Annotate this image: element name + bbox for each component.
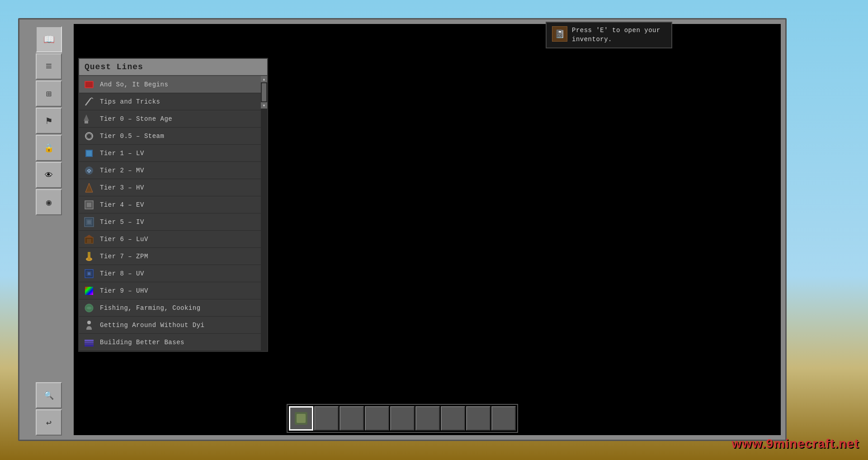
quest-label-getting-around: Getting Around Without Dyi [100,322,204,329]
quest-icon-tier-0 [83,113,95,125]
quest-item-getting-around[interactable]: Getting Around Without Dyi [79,317,263,334]
tooltip-icon: 📓 [552,26,567,42]
scroll-up-button[interactable]: ▲ [261,76,267,82]
quest-item-fishing[interactable]: Fishing, Farming, Cooking [79,299,263,317]
svg-rect-4 [85,121,88,123]
sidebar-btn-eye2[interactable] [36,189,62,215]
quest-icon-tier-0-5 [83,130,95,142]
hotbar-slot-9[interactable] [491,406,516,431]
svg-marker-5 [84,114,89,121]
svg-rect-8 [86,151,92,156]
quest-list-wrapper: And So, It Begins Tips and Tricks Tier 0… [79,76,263,351]
quest-icon-and-so-it-begins [83,78,95,91]
hotbar-slot-5[interactable] [390,406,415,431]
watermark: www.9minecraft.net [732,436,859,451]
quest-item-tier-0[interactable]: Tier 0 – Stone Age [79,110,263,128]
quest-list: And So, It Begins Tips and Tricks Tier 0… [79,76,263,351]
sidebar-btn-quest-flag[interactable]: ⚑ [36,108,62,134]
svg-rect-34 [297,414,306,423]
sidebar-btn-map[interactable] [36,81,62,107]
eye-icon [45,171,53,180]
book-icon [43,34,55,45]
quest-icon-tier-4 [83,199,95,211]
quest-panel-header: Quest Lines [79,59,267,76]
watermark-text: www.9minecraft.net [732,436,859,451]
quest-item-tier-8[interactable]: Tier 8 – UV [79,265,263,282]
svg-rect-32 [85,345,94,346]
quest-icon-tier-8 [83,267,95,280]
game-window: 📓 Press 'E' to open your inventory. ⚑ [18,18,787,441]
quest-label-fishing: Fishing, Farming, Cooking [100,304,201,312]
quest-label-tier-1: Tier 1 – LV [100,150,144,157]
sidebar-btn-back[interactable] [36,409,62,436]
quest-item-tier-5[interactable]: Tier 5 – IV [79,213,263,231]
svg-rect-19 [87,239,91,243]
scroll-down-button[interactable]: ▼ [261,102,267,109]
svg-rect-1 [85,82,93,87]
svg-rect-26 [85,287,93,295]
sidebar-btn-list[interactable] [36,53,62,80]
quest-label-tier-0-5: Tier 0.5 – Steam [100,133,164,140]
quest-item-tier-9[interactable]: Tier 9 – UHV [79,282,263,299]
quest-item-tier-3[interactable]: Tier 3 – HV [79,179,263,196]
hotbar-slot-6[interactable] [415,406,440,431]
quest-item-building[interactable]: Building Better Bases [79,334,263,351]
svg-point-9 [85,166,93,175]
quest-item-tier-1[interactable]: Tier 1 – LV [79,145,263,162]
quest-label-tier-5: Tier 5 – IV [100,218,144,226]
lock-icon [44,143,54,153]
hotbar-slot-2[interactable] [314,406,339,431]
svg-rect-31 [85,343,94,345]
quest-label-tier-7: Tier 7 – ZPM [100,253,148,260]
sidebar-btn-search[interactable] [36,382,62,408]
quest-flag-icon: ⚑ [46,115,52,127]
quest-icon-tier-5 [83,216,95,228]
quest-label-tier-4: Tier 4 – EV [100,201,144,209]
svg-rect-22 [88,256,90,260]
quest-icon-tier-9 [83,285,95,297]
tooltip-text: Press 'E' to open your inventory. [572,26,666,44]
quest-icon-fishing [83,302,95,314]
hotbar-slot-8[interactable] [466,406,491,431]
quest-icon-tier-6 [83,233,95,246]
eye2-icon [46,197,52,208]
quest-item-tier-4[interactable]: Tier 4 – EV [79,196,263,213]
quest-label-tier-8: Tier 8 – UV [100,270,144,277]
svg-rect-16 [87,220,91,224]
quest-icon-tier-1 [83,147,95,160]
quest-scrollbar[interactable]: ▲ ▼ [261,76,267,351]
quest-icon-tips-and-tricks [83,95,95,108]
hotbar-slot-7[interactable] [441,406,465,431]
quest-item-tips-and-tricks[interactable]: Tips and Tricks [79,93,263,110]
svg-rect-29 [85,340,94,341]
sidebar: ⚑ [24,24,74,438]
quest-label-tips-and-tricks: Tips and Tricks [100,98,160,105]
quest-icon-tier-3 [83,181,95,194]
quest-lines-panel: Quest Lines And So, It Begins Tips and [78,58,268,352]
quest-icon-tier-7 [83,250,95,263]
quest-label-tier-9: Tier 9 – UHV [100,287,148,294]
quest-label-tier-3: Tier 3 – HV [100,184,144,191]
quest-item-tier-2[interactable]: Tier 2 – MV [79,162,263,179]
quest-label-tier-0: Tier 0 – Stone Age [100,115,172,123]
svg-marker-3 [91,97,94,99]
sidebar-btn-book[interactable] [36,26,62,52]
svg-line-2 [85,98,91,105]
map-icon [46,88,52,100]
quest-item-tier-0-5[interactable]: Tier 0.5 – Steam [79,128,263,145]
svg-point-10 [88,171,90,173]
quest-item-tier-7[interactable]: Tier 7 – ZPM [79,248,263,265]
svg-marker-11 [85,183,93,192]
hotbar [287,404,518,433]
quest-label-and-so-it-begins: And So, It Begins [100,81,168,88]
sidebar-btn-lock[interactable] [36,135,62,161]
quest-item-tier-6[interactable]: Tier 6 – LuV [79,231,263,248]
hotbar-slot-4[interactable] [365,406,389,431]
list-icon [46,61,52,73]
hotbar-slot-1[interactable] [289,406,313,431]
hotbar-slot-3[interactable] [340,406,364,431]
quest-icon-tier-2 [83,164,95,177]
sidebar-btn-eye1[interactable] [36,162,62,188]
quest-item-and-so-it-begins[interactable]: And So, It Begins [79,76,263,93]
scroll-thumb[interactable] [262,83,266,101]
